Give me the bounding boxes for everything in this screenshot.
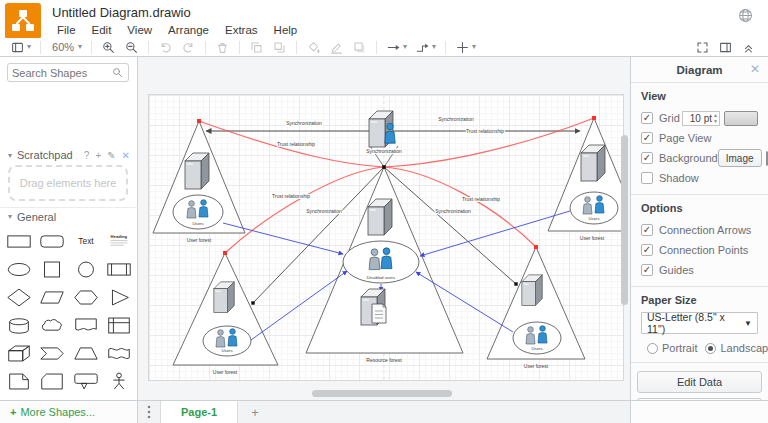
shadow-checkbox[interactable] xyxy=(641,172,653,184)
grid-label: Grid xyxy=(659,112,680,124)
diagram-users-group[interactable]: Users xyxy=(173,195,223,229)
toolbar-format-panel-toggle-button[interactable] xyxy=(715,39,736,56)
add-page-button[interactable]: + xyxy=(238,401,272,423)
background-color-swatch[interactable] xyxy=(766,151,768,166)
diagram-users-group[interactable]: Users xyxy=(570,192,618,224)
toolbar-shadow-button xyxy=(349,39,370,56)
shape-hexagon[interactable] xyxy=(69,283,103,311)
menu-item-file[interactable]: File xyxy=(50,23,83,37)
edit-data-button[interactable]: Edit Data xyxy=(637,371,762,393)
diagram-server-icon[interactable] xyxy=(368,199,392,235)
shape-card[interactable] xyxy=(36,367,70,395)
shape-ellipse[interactable] xyxy=(2,255,36,283)
toolbar-separator xyxy=(91,41,92,54)
shape-cube[interactable] xyxy=(2,339,36,367)
shape-note[interactable] xyxy=(2,367,36,395)
toolbar-zoom-out-button[interactable] xyxy=(121,39,142,56)
vertical-scrollbar[interactable] xyxy=(621,135,628,305)
toolbar-separator xyxy=(376,41,377,54)
page-view-row: Page View xyxy=(641,128,758,148)
menu-item-arrange[interactable]: Arrange xyxy=(161,23,216,37)
toolbar-insert-button[interactable]: ▾ xyxy=(452,39,479,56)
guides-label: Guides xyxy=(659,264,694,276)
menu-item-help[interactable]: Help xyxy=(267,23,305,37)
shape-process[interactable] xyxy=(103,255,137,283)
background-checkbox[interactable] xyxy=(641,152,653,164)
toolbar-collapse-expand-button[interactable] xyxy=(738,39,759,56)
horizontal-scrollbar[interactable] xyxy=(312,390,452,397)
grid-color-swatch[interactable] xyxy=(724,111,758,126)
diagram-edge-user-flow[interactable] xyxy=(420,211,570,256)
menu-item-extras[interactable]: Extras xyxy=(218,23,265,37)
toolbar-view-mode-button[interactable]: ▾ xyxy=(7,39,34,56)
diagram-server-icon[interactable] xyxy=(581,145,605,181)
diagram-users-group[interactable]: Disabled users xyxy=(343,241,419,283)
page-view-checkbox[interactable] xyxy=(641,132,653,144)
diagram-server-icon[interactable] xyxy=(369,111,395,147)
scratchpad-drop-area[interactable]: Drag elements here xyxy=(8,165,128,201)
shape-circle[interactable] xyxy=(69,255,103,283)
close-panel-icon[interactable]: ✕ xyxy=(750,62,760,76)
connection-points-checkbox[interactable] xyxy=(641,244,653,256)
status-bar-right xyxy=(630,400,768,423)
shape-text[interactable]: Text xyxy=(69,227,103,255)
shape-step[interactable] xyxy=(36,339,70,367)
shape-trapezoid[interactable] xyxy=(69,339,103,367)
page-view-label: Page View xyxy=(659,132,711,144)
diagram-server-icon[interactable] xyxy=(214,282,234,313)
search-input[interactable] xyxy=(8,67,111,79)
scratchpad-header[interactable]: ▾ Scratchpad ? + ✎ ✕ xyxy=(0,147,138,163)
portrait-radio[interactable] xyxy=(647,343,658,354)
shape-tape[interactable] xyxy=(103,339,137,367)
toolbar-zoom-in-button[interactable] xyxy=(98,39,119,56)
more-shapes-button[interactable]: + More Shapes... xyxy=(0,400,138,423)
shapes-grid: TextHeading xyxy=(2,227,136,423)
paper-size-select[interactable]: US-Letter (8.5" x 11") ▼ xyxy=(641,312,758,334)
spinner-icon[interactable]: ▲▼ xyxy=(713,112,718,124)
toolbar-waypoints-button[interactable]: ▾ xyxy=(412,39,439,56)
diagram-edge-label: Trust relationship xyxy=(272,193,310,199)
caret-down-icon: ▾ xyxy=(432,43,436,51)
grid-checkbox[interactable] xyxy=(641,112,653,124)
scratchpad-help-icon[interactable]: ? xyxy=(84,150,90,161)
scratchpad-close-icon[interactable]: ✕ xyxy=(122,150,130,161)
diagram-server-icon[interactable] xyxy=(522,275,542,306)
diagram-server-icon[interactable] xyxy=(361,289,386,325)
general-section-header[interactable]: ▾ General xyxy=(0,207,138,225)
shape-actor[interactable] xyxy=(103,367,137,395)
diagram-server-icon[interactable] xyxy=(185,153,209,189)
connection-arrows-checkbox[interactable] xyxy=(641,224,653,236)
language-globe-icon[interactable] xyxy=(737,7,754,24)
page-tab[interactable]: Page-1 xyxy=(160,401,238,423)
shape-cloud[interactable] xyxy=(36,311,70,339)
shape-parallelogram[interactable] xyxy=(36,283,70,311)
shape-textbox[interactable]: Heading xyxy=(103,227,137,255)
drawing-page[interactable]: User forestUser forestUser forestUser fo… xyxy=(148,94,624,381)
shape-callout[interactable] xyxy=(69,367,103,395)
toolbar-fullscreen-button[interactable] xyxy=(692,39,713,56)
guides-checkbox[interactable] xyxy=(641,264,653,276)
shape-diamond[interactable] xyxy=(2,283,36,311)
diagram-forest-triangle[interactable]: User forest xyxy=(173,253,278,375)
shape-rounded-rectangle[interactable] xyxy=(36,227,70,255)
grid-size-input[interactable]: 10 pt ▲▼ xyxy=(682,111,720,126)
shape-triangle[interactable] xyxy=(103,283,137,311)
shape-cylinder[interactable] xyxy=(2,311,36,339)
search-shapes-box[interactable] xyxy=(7,63,129,82)
shape-rectangle[interactable] xyxy=(2,227,36,255)
scratchpad-edit-icon[interactable]: ✎ xyxy=(107,150,115,161)
toolbar-zoom-level[interactable]: 60%▾ xyxy=(47,39,85,56)
shape-square[interactable] xyxy=(36,255,70,283)
scratchpad-add-icon[interactable]: + xyxy=(95,150,101,161)
canvas[interactable]: User forestUser forestUser forestUser fo… xyxy=(138,57,630,400)
pages-menu-button[interactable] xyxy=(138,401,160,423)
diagram-users-group[interactable]: Users xyxy=(203,326,251,356)
menu-item-view[interactable]: View xyxy=(120,23,159,37)
shape-document[interactable] xyxy=(69,311,103,339)
shape-internal-storage[interactable] xyxy=(103,311,137,339)
toolbar-connection-button[interactable]: ▾ xyxy=(383,39,410,56)
background-image-button[interactable]: Image xyxy=(718,149,762,167)
menu-item-edit[interactable]: Edit xyxy=(85,23,119,37)
landscape-radio[interactable] xyxy=(705,343,716,354)
diagram-users-group[interactable]: Users xyxy=(513,322,561,354)
